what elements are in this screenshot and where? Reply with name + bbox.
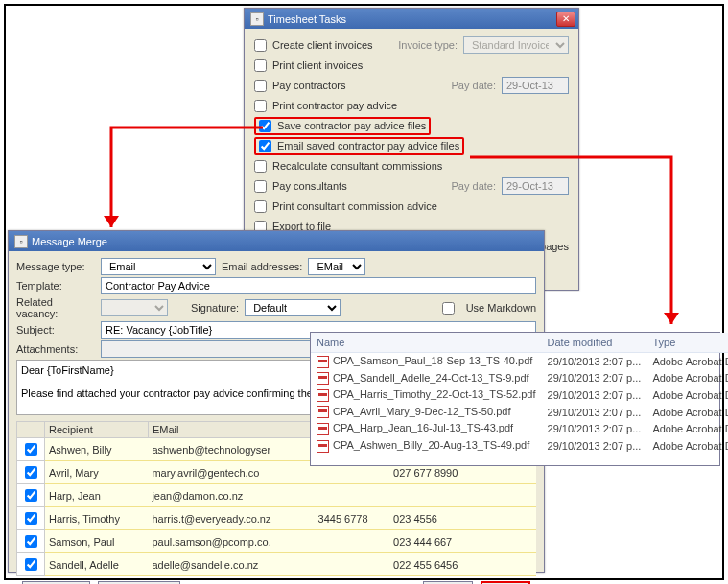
task-label: Pay contractors (272, 80, 345, 91)
timesheet-titlebar: ▫ Timesheet Tasks ✕ (245, 9, 578, 29)
highlight-save-advice: Save contractor pay advice files (254, 117, 431, 135)
template-input[interactable] (101, 277, 536, 294)
emailaddr-select[interactable]: EMail (308, 258, 365, 275)
pay-date-label: Pay date: (452, 80, 502, 91)
cell-fax: 3445 6778 (315, 507, 390, 530)
pdf-icon (317, 440, 329, 453)
cell-status (485, 530, 536, 553)
cell-name: Avril, Mary (45, 461, 149, 484)
file-name: CPA_Avril_Mary_9-Dec-12_TS-50.pdf (311, 404, 542, 421)
task-label: Recalculate consultant commissions (272, 160, 442, 172)
file-type: Adobe Acrobat D... (646, 353, 728, 370)
cell-mobile: 022 455 6456 (389, 553, 485, 576)
window-icon: ▫ (250, 12, 264, 26)
cell-status (485, 507, 536, 530)
cell-name: Harris, Timothy (45, 507, 149, 530)
highlight-email-advice: Email saved contractor pay advice files (254, 137, 464, 155)
cell-name: Harp, Jean (45, 484, 149, 507)
use-markdown-label: Use Markdown (466, 302, 536, 314)
task-print-invoices[interactable] (254, 59, 267, 72)
merge-title: Message Merge (32, 236, 107, 247)
cell-email: jean@damon.co.nz (148, 484, 314, 507)
row-check[interactable] (25, 466, 37, 479)
file-list-panel: Name Date modified Type Size CPA_Samson_… (310, 332, 720, 466)
msgtype-label: Message type: (16, 261, 95, 272)
task-label: Print client invoices (272, 59, 363, 71)
cell-status (485, 484, 536, 507)
cell-name: Ashwen, Billy (45, 438, 149, 461)
file-date: 29/10/2013 2:07 p... (542, 420, 647, 437)
cell-mobile: 023 444 667 (389, 530, 485, 553)
merge-titlebar: ▫ Message Merge (9, 231, 544, 251)
list-item[interactable]: CPA_Harp_Jean_16-Jul-13_TS-43.pdf29/10/2… (311, 420, 728, 437)
pdf-icon (317, 406, 329, 418)
file-name: CPA_Samson_Paul_18-Sep-13_TS-40.pdf (311, 353, 542, 370)
task-print-pay-advice[interactable] (254, 100, 267, 112)
pdf-icon (317, 389, 329, 402)
file-name: CPA_Ashwen_Billy_20-Aug-13_TS-49.pdf (311, 437, 542, 455)
pdf-icon (317, 356, 329, 368)
cell-name: Samson, Paul (45, 530, 149, 553)
signature-select[interactable]: Default (245, 299, 341, 316)
pay-date-1[interactable] (502, 77, 569, 94)
file-name: CPA_Harris_Timothy_22-Oct-13_TS-52.pdf (311, 386, 542, 404)
row-check[interactable] (25, 558, 37, 571)
use-markdown[interactable] (442, 302, 455, 315)
cell-mobile: 023 4556 (389, 507, 485, 530)
task-label: Print contractor pay advice (272, 100, 397, 111)
cell-fax (315, 553, 390, 576)
template-label: Template: (16, 280, 95, 292)
col-date[interactable]: Date modified (542, 333, 647, 353)
file-date: 29/10/2013 2:07 p... (542, 404, 647, 421)
row-check[interactable] (25, 512, 37, 525)
cell-status (485, 553, 536, 576)
file-type: Adobe Acrobat D... (646, 420, 728, 437)
list-item[interactable]: CPA_Sandell_Adelle_24-Oct-13_TS-9.pdf29/… (311, 370, 728, 387)
task-label: Save contractor pay advice files (277, 120, 426, 131)
col-name[interactable]: Name (311, 333, 542, 353)
list-item[interactable]: CPA_Ashwen_Billy_20-Aug-13_TS-49.pdf29/1… (311, 437, 728, 455)
cell-fax (315, 530, 390, 553)
file-type: Adobe Acrobat D... (646, 370, 728, 387)
subject-label: Subject: (16, 324, 95, 336)
cell-name: Sandell, Adelle (45, 553, 149, 576)
task-label: Create client invoices (272, 39, 373, 51)
list-item[interactable]: CPA_Samson_Paul_18-Sep-13_TS-40.pdf29/10… (311, 353, 728, 370)
row-check[interactable] (25, 443, 37, 456)
file-type: Adobe Acrobat D... (646, 404, 728, 421)
invoice-type-label: Invoice type: (398, 39, 463, 51)
table-row[interactable]: Harp, Jeanjean@damon.co.nz (17, 484, 536, 507)
cell-mobile (389, 484, 485, 507)
task-print-commission[interactable] (254, 200, 267, 213)
table-row[interactable]: Harris, Timothyharris.t@everyeady.co.nz3… (17, 507, 536, 530)
table-row[interactable]: Sandell, Adelleadelle@sandelle.co.nz022 … (17, 553, 536, 576)
invoice-type-select[interactable]: Standard Invoice (463, 36, 569, 54)
file-name: CPA_Harp_Jean_16-Jul-13_TS-43.pdf (311, 420, 542, 437)
cell-email: harris.t@everyeady.co.nz (148, 507, 314, 530)
row-check[interactable] (25, 535, 37, 548)
list-item[interactable]: CPA_Avril_Mary_9-Dec-12_TS-50.pdf29/10/2… (311, 404, 728, 421)
file-date: 29/10/2013 2:07 p... (542, 437, 647, 455)
task-recalc-commissions[interactable] (254, 160, 267, 173)
msgtype-select[interactable]: Email (101, 258, 216, 275)
task-label: Print consultant commission advice (272, 200, 437, 212)
row-check[interactable] (25, 489, 37, 502)
task-save-advice[interactable] (259, 120, 271, 132)
task-pay-consultants[interactable] (254, 180, 267, 193)
task-pay-contractors[interactable] (254, 80, 267, 92)
pdf-icon (317, 372, 329, 385)
signature-label: Signature: (191, 302, 239, 314)
task-create-invoices[interactable] (254, 39, 267, 52)
col-type[interactable]: Type (646, 333, 728, 353)
task-email-advice[interactable] (259, 140, 271, 152)
cell-fax (315, 484, 390, 507)
attach-label: Attachments: (16, 343, 95, 355)
task-label: Email saved contractor pay advice files (277, 140, 459, 152)
file-date: 29/10/2013 2:07 p... (542, 386, 647, 404)
table-row[interactable]: Samson, Paulpaul.samson@pcomp.co.023 444… (17, 530, 536, 553)
col-email: EMail (148, 422, 314, 438)
close-icon[interactable]: ✕ (556, 12, 575, 27)
list-item[interactable]: CPA_Harris_Timothy_22-Oct-13_TS-52.pdf29… (311, 386, 728, 404)
pay-date-2[interactable] (502, 177, 569, 195)
col-recipient: Recipient (45, 422, 149, 438)
